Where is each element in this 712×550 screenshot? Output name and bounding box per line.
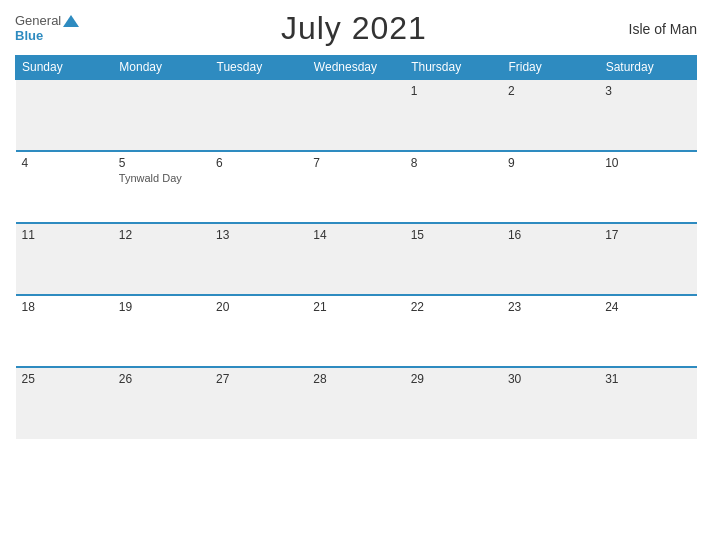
day-number: 5 — [119, 156, 204, 170]
day-cell-4-2: 27 — [210, 367, 307, 439]
day-number: 26 — [119, 372, 204, 386]
day-number: 31 — [605, 372, 690, 386]
day-number: 11 — [22, 228, 107, 242]
header-friday: Friday — [502, 56, 599, 80]
header-tuesday: Tuesday — [210, 56, 307, 80]
day-cell-4-0: 25 — [16, 367, 113, 439]
day-cell-0-1 — [113, 79, 210, 151]
logo-blue-text: Blue — [15, 29, 79, 43]
region-label: Isle of Man — [629, 21, 697, 37]
header-thursday: Thursday — [405, 56, 502, 80]
day-number: 6 — [216, 156, 301, 170]
day-cell-0-4: 1 — [405, 79, 502, 151]
week-row-2: 45Tynwald Day678910 — [16, 151, 697, 223]
day-cell-1-1: 5Tynwald Day — [113, 151, 210, 223]
header-wednesday: Wednesday — [307, 56, 404, 80]
day-cell-0-2 — [210, 79, 307, 151]
header-sunday: Sunday — [16, 56, 113, 80]
day-cell-2-5: 16 — [502, 223, 599, 295]
day-number: 21 — [313, 300, 398, 314]
day-number: 3 — [605, 84, 690, 98]
header-saturday: Saturday — [599, 56, 696, 80]
day-cell-2-6: 17 — [599, 223, 696, 295]
day-cell-2-2: 13 — [210, 223, 307, 295]
day-number: 7 — [313, 156, 398, 170]
day-cell-3-1: 19 — [113, 295, 210, 367]
week-row-4: 18192021222324 — [16, 295, 697, 367]
day-cell-3-4: 22 — [405, 295, 502, 367]
day-number: 22 — [411, 300, 496, 314]
day-cell-0-3 — [307, 79, 404, 151]
day-cell-0-5: 2 — [502, 79, 599, 151]
day-number: 18 — [22, 300, 107, 314]
month-title: July 2021 — [281, 10, 427, 47]
day-number: 30 — [508, 372, 593, 386]
header-monday: Monday — [113, 56, 210, 80]
day-cell-4-3: 28 — [307, 367, 404, 439]
day-cell-2-3: 14 — [307, 223, 404, 295]
day-cell-3-2: 20 — [210, 295, 307, 367]
day-cell-2-0: 11 — [16, 223, 113, 295]
day-cell-0-6: 3 — [599, 79, 696, 151]
day-cell-4-6: 31 — [599, 367, 696, 439]
day-cell-2-4: 15 — [405, 223, 502, 295]
day-cell-4-4: 29 — [405, 367, 502, 439]
day-cell-1-5: 9 — [502, 151, 599, 223]
day-number: 4 — [22, 156, 107, 170]
day-cell-1-2: 6 — [210, 151, 307, 223]
day-number: 24 — [605, 300, 690, 314]
day-cell-3-5: 23 — [502, 295, 599, 367]
day-number: 14 — [313, 228, 398, 242]
day-cell-3-6: 24 — [599, 295, 696, 367]
calendar-container: General Blue July 2021 Isle of Man Sunda… — [0, 0, 712, 550]
day-number: 13 — [216, 228, 301, 242]
day-number: 15 — [411, 228, 496, 242]
day-number: 25 — [22, 372, 107, 386]
day-number: 1 — [411, 84, 496, 98]
day-cell-4-5: 30 — [502, 367, 599, 439]
day-number: 20 — [216, 300, 301, 314]
day-number: 29 — [411, 372, 496, 386]
calendar-table: Sunday Monday Tuesday Wednesday Thursday… — [15, 55, 697, 439]
week-row-3: 11121314151617 — [16, 223, 697, 295]
day-cell-3-0: 18 — [16, 295, 113, 367]
day-number: 28 — [313, 372, 398, 386]
day-number: 8 — [411, 156, 496, 170]
day-cell-1-0: 4 — [16, 151, 113, 223]
week-row-5: 25262728293031 — [16, 367, 697, 439]
logo: General Blue — [15, 14, 79, 43]
day-cell-3-3: 21 — [307, 295, 404, 367]
week-row-1: 123 — [16, 79, 697, 151]
day-cell-2-1: 12 — [113, 223, 210, 295]
weekday-header-row: Sunday Monday Tuesday Wednesday Thursday… — [16, 56, 697, 80]
day-number: 19 — [119, 300, 204, 314]
calendar-header: General Blue July 2021 Isle of Man — [15, 10, 697, 47]
day-cell-1-6: 10 — [599, 151, 696, 223]
logo-triangle-icon — [63, 15, 79, 27]
day-number: 16 — [508, 228, 593, 242]
day-cell-1-4: 8 — [405, 151, 502, 223]
logo-general-text: General — [15, 14, 79, 28]
event-label: Tynwald Day — [119, 172, 204, 184]
day-cell-4-1: 26 — [113, 367, 210, 439]
day-number: 2 — [508, 84, 593, 98]
day-number: 10 — [605, 156, 690, 170]
day-number: 23 — [508, 300, 593, 314]
day-number: 27 — [216, 372, 301, 386]
day-number: 9 — [508, 156, 593, 170]
day-number: 17 — [605, 228, 690, 242]
day-cell-1-3: 7 — [307, 151, 404, 223]
day-number: 12 — [119, 228, 204, 242]
day-cell-0-0 — [16, 79, 113, 151]
